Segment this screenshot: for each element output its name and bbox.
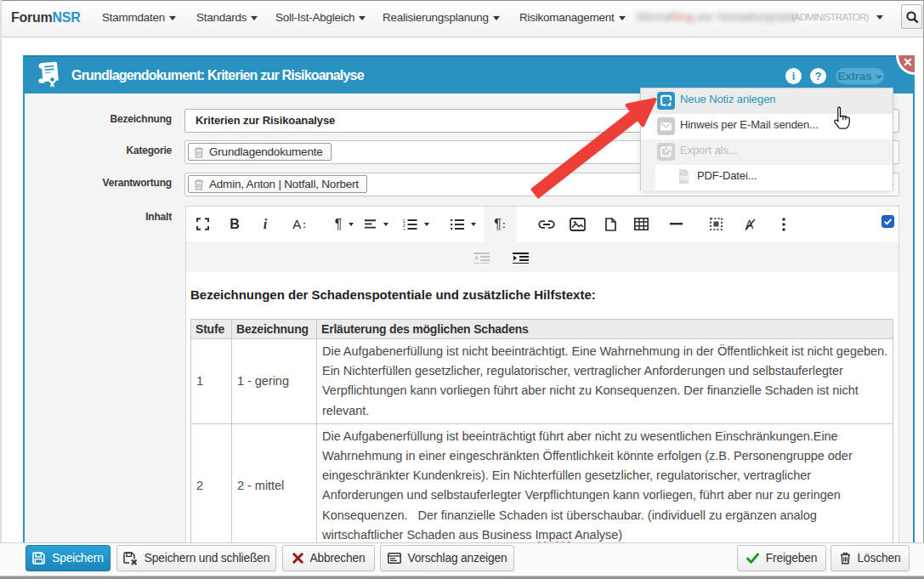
svg-text:3: 3 <box>403 227 405 230</box>
